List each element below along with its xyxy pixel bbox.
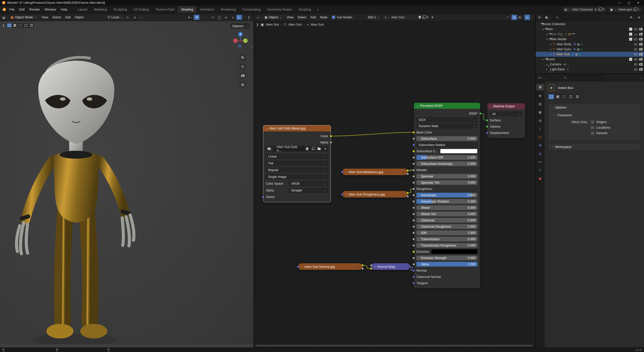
bsdf-slider-anisotropic-rotation[interactable]: Anisotropic Rotation0.250 — [416, 199, 478, 204]
node-image-texture-roughness[interactable]: › Alien Suit Roughness.jpg ∥ — [342, 191, 408, 198]
pin-material-icon[interactable]: ➤ — [431, 15, 435, 19]
close-button[interactable]: ✕ — [637, 1, 639, 5]
bsdf-color-emission[interactable] — [431, 249, 478, 254]
bsdf-slider-alpha[interactable]: Alpha1.000 — [416, 262, 478, 267]
socket-subsurface-anisotropy-input[interactable] — [412, 163, 415, 165]
remove-viewlayer-icon[interactable]: ✕ — [637, 8, 640, 11]
albedo-dropdown-repeat[interactable]: Repeat⌄ — [266, 168, 328, 172]
socket-subsurface-input[interactable] — [412, 137, 415, 140]
socket-alpha-output[interactable] — [361, 267, 364, 270]
disable-render-icon[interactable] — [639, 68, 642, 71]
workspace-tab-animation[interactable]: Animation — [196, 6, 218, 13]
bsdf-slider-emission-strength[interactable]: Emission Strength0.000 — [416, 256, 478, 260]
bsdf-slider-clearcoat-roughness[interactable]: Clearcoat Roughness0.000 — [416, 224, 478, 229]
fake-user-icon[interactable] — [419, 16, 421, 19]
workspace-panel-header[interactable]: ⌄Workspace ∷ — [548, 143, 640, 150]
options-panel-header[interactable]: ⌄Options ∷ — [548, 104, 640, 111]
add-workspace-button[interactable]: + — [314, 8, 321, 12]
socket-clearcoat-input[interactable] — [412, 219, 415, 222]
outliner-row-scene[interactable]: ▾Scene✓ — [536, 57, 644, 62]
node-normal-map[interactable]: › Normal Map ∥ — [371, 263, 410, 270]
overlays-toggle-icon[interactable]: ◠ — [204, 15, 209, 20]
socket-base-color-input[interactable] — [412, 131, 415, 134]
properties-tab-world[interactable]: ◐ — [536, 125, 544, 132]
socket-vector-input[interactable] — [341, 171, 344, 173]
parents-checkbox[interactable] — [591, 131, 594, 135]
menu-edit[interactable]: Edit — [17, 7, 27, 12]
menu-render[interactable]: Render — [27, 7, 42, 12]
outliner-row-alien[interactable]: ▾Alien✓ — [536, 27, 644, 32]
copy-image-icon[interactable] — [312, 147, 314, 150]
editor-type-outliner-icon[interactable]: ☰⌄ — [538, 15, 543, 20]
outliner-row-alien-body[interactable]: ▸▽Alien Body⚙▦▽ — [536, 42, 644, 47]
workspace-tab-rendering[interactable]: Rendering — [218, 6, 239, 13]
proportional-edit-icon[interactable]: ◉ — [132, 15, 138, 20]
node-menu-add[interactable]: Add — [308, 15, 318, 20]
shading-rendered-icon[interactable]: ◐ — [236, 15, 242, 20]
workspace-tab-sculpting[interactable]: Sculpting — [110, 6, 130, 13]
socket-roughness-input[interactable] — [412, 188, 415, 190]
bsdf-slider-subsurface-anisotropy[interactable]: Subsurface Anisotropy0.000 — [416, 161, 478, 166]
show-gizmo-icon[interactable]: ➤⌄ — [187, 15, 193, 20]
socket-tangent-input[interactable] — [412, 282, 415, 284]
node-image-texture-metalness[interactable]: › Alien Suit Metalness.jpg ∥ — [342, 168, 408, 175]
menu-window[interactable]: Window — [42, 7, 58, 12]
socket-alpha-output[interactable] — [406, 195, 409, 197]
snapping-mode-icon[interactable]: ⊞⌄ — [518, 15, 524, 20]
properties-tab-view-layer[interactable]: ▣ — [536, 109, 544, 115]
properties-tab-object-data[interactable]: ▽ — [536, 167, 544, 173]
hide-viewport-icon[interactable] — [634, 33, 637, 35]
bsdf-dropdown-ggx[interactable]: GGX⌄ — [416, 117, 478, 122]
socket-specular-input[interactable] — [412, 175, 415, 178]
xray-toggle-icon[interactable]: ⊞ — [210, 15, 216, 20]
parent-node-tree-icon[interactable]: ↰ — [505, 15, 510, 20]
unlink-image-icon[interactable]: ✕ — [324, 147, 326, 150]
transform-subpanel-header[interactable]: ⌄Transform — [553, 113, 638, 117]
exclude-checkbox[interactable]: ✓ — [629, 28, 632, 31]
bsdf-slider-subsurface-ior[interactable]: Subsurface IOR1.500 — [416, 155, 478, 160]
outliner-row-alien-eyes[interactable]: ▸▽Alien Eyes⚙▦▽ — [536, 47, 644, 52]
editor-type-shader-icon[interactable]: ◒⌄ — [256, 15, 262, 20]
workspace-tab-layout[interactable]: Layout — [74, 6, 91, 13]
socket-displacement-input[interactable] — [486, 132, 488, 134]
breadcrumb-expand-icon[interactable]: ❯ — [256, 23, 259, 26]
albedo-dropdown-single-image[interactable]: Single Image⌄ — [266, 174, 328, 179]
shading-solid-icon[interactable]: ● — [223, 15, 229, 20]
workspace-tab-texture-paint[interactable]: Texture Paint — [152, 6, 178, 13]
hide-viewport-icon[interactable] — [634, 58, 637, 61]
properties-tab-material[interactable]: ◉ — [536, 175, 544, 182]
viewlayer-selector[interactable]: ▣⌄ ViewLayer ✕ — [608, 7, 641, 12]
select-mode-invert-button[interactable] — [568, 94, 574, 99]
select-box-tool-icon[interactable]: ➤ — [548, 84, 555, 91]
disclosure-icon[interactable]: ▸ — [545, 68, 549, 71]
socket-subsurface-radius-input[interactable] — [412, 144, 415, 146]
select-mode-extend-button[interactable] — [12, 23, 17, 28]
properties-tab-physics[interactable]: ◎ — [536, 150, 544, 157]
unlink-scene-icon[interactable]: ✕ — [602, 8, 605, 11]
outliner-search-input[interactable] — [554, 15, 596, 20]
scene-selector[interactable]: ◍⌄ Alien Character ➤ ✕ — [563, 7, 606, 12]
new-collection-icon[interactable]: 🗉︎ — [636, 15, 642, 20]
socket-normal-output[interactable] — [409, 266, 411, 268]
socket-anisotropic-rotation-input[interactable] — [412, 200, 415, 203]
maximize-button[interactable]: ▢ — [628, 1, 630, 5]
outliner-row-camera[interactable]: ▸Camera∿ — [536, 62, 644, 67]
properties-tab-modifiers[interactable]: ⚙ — [536, 142, 544, 148]
socket-metallic-input[interactable] — [412, 169, 415, 171]
albedo-dropdown-linear[interactable]: Linear⌄ — [266, 154, 328, 159]
material-slot-dropdown[interactable]: Slot 1⌄ — [366, 15, 381, 20]
disable-render-icon[interactable] — [639, 53, 642, 56]
disclosure-icon[interactable]: ▾ — [545, 38, 549, 41]
navigation-gizmo[interactable]: Z — [232, 31, 248, 47]
bsdf-slider-transmission[interactable]: Transmission0.000 — [416, 237, 478, 241]
node-menu-node[interactable]: Node — [318, 15, 329, 20]
display-mode-icon[interactable]: ▣⌄ — [545, 15, 550, 20]
filter-icon[interactable]: ▼⌄ — [629, 15, 635, 20]
exclude-checkbox[interactable]: ✓ — [629, 33, 632, 36]
blender-menu-icon[interactable] — [3, 8, 6, 11]
snap-icon[interactable]: ∪⌄ — [125, 15, 131, 20]
socket-transmission-input[interactable] — [412, 238, 415, 240]
viewport-menu-view[interactable]: View — [39, 15, 50, 20]
socket-transmission-roughness-input[interactable] — [412, 244, 415, 247]
socket-color-input[interactable] — [370, 267, 372, 270]
